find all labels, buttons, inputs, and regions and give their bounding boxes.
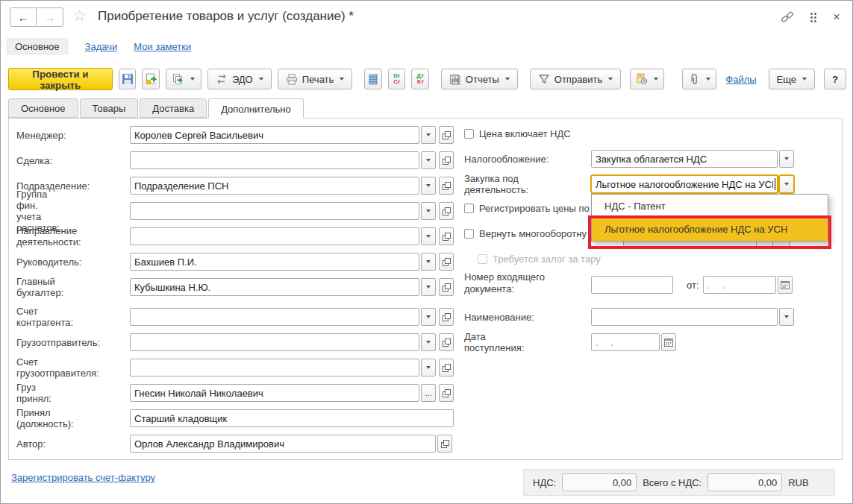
chevron-down-icon [426,286,431,289]
save-button[interactable] [119,69,137,89]
files-link[interactable]: Файлы [725,74,756,85]
send-icon [538,74,550,84]
dropdown-item-preferential-vat-usn[interactable]: Льготное налогообложение НДС на УСН [592,218,828,241]
cargo-accepted-by-input[interactable] [130,384,419,402]
scheduled-docs-button[interactable] [630,69,664,89]
print-button[interactable]: Печать [278,69,353,89]
tab-delivery[interactable]: Доставка [140,98,207,118]
counterparty-account-open-button[interactable] [439,308,454,326]
consignor-account-label: Счет грузоотправителя: [16,356,99,379]
chief-accountant-dropdown-button[interactable] [421,278,436,296]
edo-button[interactable]: ЭДО [207,69,272,89]
calendar-icon [781,280,790,289]
favorite-star-icon[interactable]: ☆ [72,7,87,25]
fin-group-input[interactable] [130,202,419,220]
taxation-input[interactable] [591,150,778,168]
open-link-icon [443,233,451,241]
get-link-icon[interactable] [781,10,794,24]
cargo-accepted-by-select-button[interactable]: ... [421,384,436,402]
deal-input[interactable] [130,151,419,169]
name-input[interactable] [591,308,778,326]
consignor-open-button[interactable] [439,333,454,351]
create-based-on-icon [172,73,184,85]
more-menu-icon[interactable] [810,13,816,22]
incoming-date-input[interactable] [703,276,776,294]
consignor-account-dropdown-button[interactable] [421,359,436,377]
cargo-accepted-by-open-button[interactable] [439,384,454,402]
total-with-vat-label: Всего с НДС: [643,477,702,488]
accepted-position-input[interactable] [130,409,454,427]
activity-direction-dropdown-button[interactable] [421,227,436,245]
activity-direction-input[interactable] [130,227,419,245]
manager-dropdown-button[interactable] [421,126,436,144]
chevron-down-icon [426,366,431,369]
deal-dropdown-button[interactable] [421,151,436,169]
consignor-account-input[interactable] [130,359,419,377]
toolbar: Провести и закрыть ЭДО Печать DrCr [8,68,846,90]
reports-button[interactable]: Отчеты [441,69,518,89]
tab-additional[interactable]: Дополнительно [208,98,304,119]
dr-cr-button[interactable]: DrCr [388,69,406,89]
consignor-label: Грузоотправитель: [16,337,100,348]
register-invoice-link[interactable]: Зарегистрировать счет-фактуру [11,472,155,483]
post-document-icon [145,73,157,85]
author-input[interactable] [130,435,436,453]
price-includes-vat-checkbox[interactable] [464,129,474,139]
taxation-dropdown-button[interactable] [779,150,794,168]
chief-accountant-input[interactable] [130,278,419,296]
more-button[interactable]: Еще [769,69,815,89]
dt-kt-button[interactable]: ДтКт [411,69,429,89]
author-open-button[interactable] [437,435,452,453]
register-records-button[interactable] [364,69,382,89]
consignor-dropdown-button[interactable] [421,333,436,351]
attachments-button[interactable] [682,69,716,89]
fin-group-dropdown-button[interactable] [421,202,436,220]
department-dropdown-button[interactable] [421,177,436,195]
supervisor-open-button[interactable] [439,253,454,271]
activity-direction-open-button[interactable] [439,227,454,245]
send-button[interactable]: Отправить [530,69,621,89]
incoming-number-input[interactable] [591,276,673,294]
tab-main[interactable]: Основное [8,98,78,118]
register-prices-checkbox[interactable] [464,204,474,213]
supervisor-dropdown-button[interactable] [421,253,436,271]
counterparty-account-dropdown-button[interactable] [421,308,436,326]
consignor-account-open-button[interactable] [439,359,454,377]
nav-tab-tasks[interactable]: Задачи [85,41,118,52]
name-dropdown-button[interactable] [779,308,794,326]
deal-open-button[interactable] [439,151,454,169]
return-packaging-label: Вернуть многооборотну [479,228,587,239]
forward-button[interactable]: → [37,7,63,27]
incoming-date-calendar-button[interactable] [778,276,793,294]
grand-total-field [707,473,782,491]
purchase-activity-input[interactable] [591,175,778,193]
department-open-button[interactable] [439,177,454,195]
taxation-label: Налогообложение: [464,154,549,165]
consignor-input[interactable] [130,333,419,351]
receipt-date-calendar-button[interactable] [661,333,676,351]
post-and-close-button[interactable]: Провести и закрыть [8,68,113,90]
nav-tab-notes[interactable]: Мои заметки [134,41,191,52]
counterparty-account-input[interactable] [130,308,419,326]
manager-input[interactable] [130,126,419,144]
chief-accountant-open-button[interactable] [439,278,454,296]
back-button[interactable]: ← [10,7,37,27]
vat-total-field [562,473,637,491]
nav-tab-main[interactable]: Основное [6,38,69,55]
purchase-activity-dropdown-button[interactable] [779,175,794,193]
dropdown-caret-icon [706,78,710,81]
tab-goods[interactable]: Товары [80,98,139,118]
help-button[interactable]: ? [824,69,846,89]
receipt-date-input[interactable] [591,333,660,351]
create-based-on-button[interactable] [166,69,201,89]
fin-group-open-button[interactable] [439,202,454,220]
department-input[interactable] [130,177,419,195]
manager-open-button[interactable] [439,126,454,144]
close-icon[interactable]: × [833,10,840,25]
supervisor-input[interactable] [130,253,419,271]
post-document-button[interactable] [142,69,160,89]
dropdown-item-vat-patent[interactable]: НДС - Патент [592,195,828,218]
dropdown-caret-icon [190,78,195,81]
return-packaging-checkbox[interactable] [464,229,474,239]
dropdown-caret-icon [654,78,658,81]
